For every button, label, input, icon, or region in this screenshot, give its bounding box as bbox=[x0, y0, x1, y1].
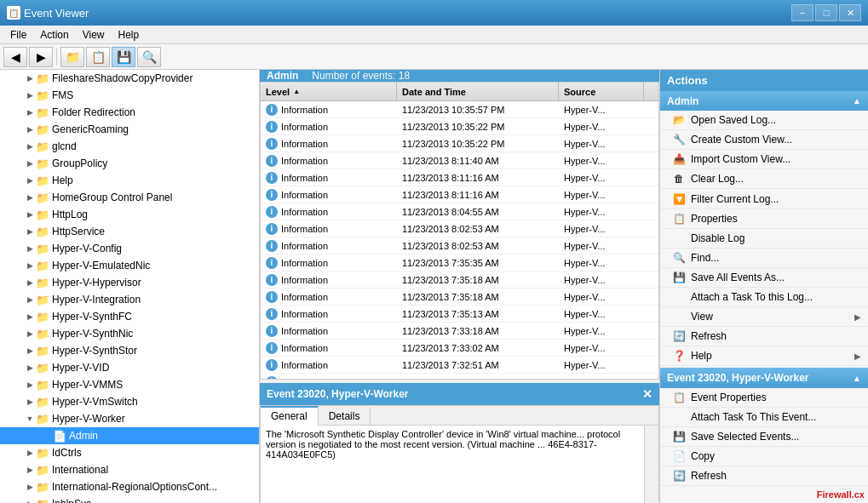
action-find[interactable]: 🔍 Find... bbox=[660, 249, 868, 268]
events-rows[interactable]: iInformation 11/23/2013 10:35:57 PM Hype… bbox=[261, 101, 658, 379]
action-refresh-admin[interactable]: 🔄 Refresh bbox=[660, 327, 868, 346]
event-row[interactable]: iInformation 11/23/2013 8:11:16 AM Hyper… bbox=[261, 169, 658, 186]
tree-item-hyperv-synthfc[interactable]: ▶ 📁 Hyper-V-SynthFC bbox=[0, 308, 259, 325]
action-create-custom-view[interactable]: 🔧 Create Custom View... bbox=[660, 130, 868, 150]
folder-icon: 📁 bbox=[36, 447, 49, 460]
event-cell-level: iInformation bbox=[261, 342, 397, 354]
expander-icon: ▶ bbox=[24, 380, 36, 389]
title-bar: 📋 Event Viewer − □ ✕ bbox=[0, 0, 868, 26]
tree-item-international-regional[interactable]: ▶ 📁 International-RegionalOptionsCont... bbox=[0, 478, 259, 495]
tree-item-hyperv-config[interactable]: ▶ 📁 Hyper-V-Config bbox=[0, 240, 259, 257]
event-row[interactable]: iInformation 11/23/2013 8:02:53 AM Hyper… bbox=[261, 220, 658, 237]
tab-general[interactable]: General bbox=[261, 406, 319, 426]
event-row[interactable]: iInformation 11/23/2013 7:33:18 AM Hyper… bbox=[261, 323, 658, 340]
menu-view[interactable]: View bbox=[76, 27, 112, 43]
tree-item-glcnd[interactable]: ▶ 📁 glcnd bbox=[0, 138, 259, 155]
tree-item-folderredirection[interactable]: ▶ 📁 Folder Redirection bbox=[0, 104, 259, 121]
event-row[interactable]: iInformation 11/23/2013 10:35:22 PM Hype… bbox=[261, 118, 658, 135]
close-button[interactable]: ✕ bbox=[839, 4, 861, 21]
info-icon: i bbox=[266, 104, 278, 116]
action-event-properties[interactable]: 📋 Event Properties bbox=[660, 388, 868, 408]
tree-item-grouppolicy[interactable]: ▶ 📁 GroupPolicy bbox=[0, 155, 259, 172]
tree-view[interactable]: ▶ 📁 FileshareShadowCopyProvider ▶ 📁 FMS … bbox=[0, 70, 259, 503]
action-help-admin[interactable]: ❓ Help ▶ bbox=[660, 346, 868, 366]
toolbar-forward[interactable]: ▶ bbox=[29, 47, 53, 67]
expander-icon: ▶ bbox=[24, 278, 36, 287]
event-row[interactable]: iInformation 11/23/2013 7:35:13 AM Hyper… bbox=[261, 306, 658, 323]
tree-item-idctrls[interactable]: ▶ 📁 IdCtrls bbox=[0, 444, 259, 461]
event-row[interactable]: iInformation 11/23/2013 7:32:51 AM Hyper… bbox=[261, 357, 658, 374]
action-save-selected-events[interactable]: 💾 Save Selected Events... bbox=[660, 427, 868, 447]
event-row[interactable]: iInformation 11/23/2013 7:35:35 AM Hyper… bbox=[261, 254, 658, 272]
action-view[interactable]: View ▶ bbox=[660, 307, 868, 327]
close-detail-button[interactable]: ✕ bbox=[642, 387, 652, 401]
event-cell-source: Hyper-V... bbox=[559, 207, 658, 217]
col-header-level[interactable]: Level ▲ bbox=[261, 83, 397, 100]
toolbar-custom-view[interactable]: 📋 bbox=[86, 47, 110, 67]
action-disable-log[interactable]: Disable Log bbox=[660, 229, 868, 249]
maximize-button[interactable]: □ bbox=[815, 4, 837, 21]
toolbar-open[interactable]: 📁 bbox=[60, 47, 84, 67]
tree-item-fileshareshadowcopyprovider[interactable]: ▶ 📁 FileshareShadowCopyProvider bbox=[0, 70, 259, 87]
tree-item-httpservice[interactable]: ▶ 📁 HttpService bbox=[0, 223, 259, 240]
help-icon: ❓ bbox=[672, 349, 686, 363]
toolbar-save[interactable]: 💾 bbox=[112, 47, 135, 67]
minimize-button[interactable]: − bbox=[791, 4, 813, 21]
toolbar-back[interactable]: ◀ bbox=[3, 47, 27, 67]
actions-section-admin[interactable]: Admin ▲ bbox=[660, 91, 868, 111]
tree-item-genericroaming[interactable]: ▶ 📁 GenericRoaming bbox=[0, 121, 259, 138]
tab-details[interactable]: Details bbox=[319, 406, 371, 425]
menu-file[interactable]: File bbox=[3, 27, 33, 43]
tree-item-international[interactable]: ▶ 📁 International bbox=[0, 461, 259, 478]
tree-item-hyperv-hypervisor[interactable]: ▶ 📁 Hyper-V-Hypervisor bbox=[0, 274, 259, 291]
action-attach-task-event[interactable]: Attach Task To This Event... bbox=[660, 408, 868, 427]
event-detail-scrollbar[interactable] bbox=[644, 426, 658, 503]
tree-item-fms[interactable]: ▶ 📁 FMS bbox=[0, 87, 259, 104]
tree-item-homegroupcontrolpanel[interactable]: ▶ 📁 HomeGroup Control Panel bbox=[0, 189, 259, 206]
event-row[interactable]: iInformation 11/23/2013 10:35:57 PM Hype… bbox=[261, 101, 658, 118]
tree-item-hyperv-integration[interactable]: ▶ 📁 Hyper-V-Integration bbox=[0, 291, 259, 308]
folder-icon: 📁 bbox=[36, 123, 49, 136]
tree-item-hyperv-vmswitch[interactable]: ▶ 📁 Hyper-V-VmSwitch bbox=[0, 393, 259, 410]
sort-arrow-icon: ▲ bbox=[293, 88, 300, 95]
event-row[interactable]: iInformation 11/23/2013 7:35:18 AM Hyper… bbox=[261, 289, 658, 306]
info-icon: i bbox=[266, 223, 278, 235]
menu-help[interactable]: Help bbox=[112, 27, 147, 43]
tree-item-label: Help bbox=[52, 174, 73, 186]
tree-item-hyperv-vid[interactable]: ▶ 📁 Hyper-V-VID bbox=[0, 359, 259, 376]
tree-item-hyperv-synthnic[interactable]: ▶ 📁 Hyper-V-SynthNic bbox=[0, 325, 259, 342]
event-cell-datetime: 11/23/2013 7:32:51 AM bbox=[397, 360, 559, 370]
col-header-datetime[interactable]: Date and Time bbox=[397, 83, 559, 100]
action-save-all-events[interactable]: 💾 Save All Events As... bbox=[660, 268, 868, 288]
event-row[interactable]: iInformation 11/23/2013 8:04:55 AM Hyper… bbox=[261, 203, 658, 220]
event-row[interactable]: iInformation 11/23/2013 7:35:18 AM Hyper… bbox=[261, 272, 658, 289]
action-import-custom-view[interactable]: 📥 Import Custom View... bbox=[660, 150, 868, 169]
event-row[interactable]: iInformation 11/23/2013 8:02:53 AM Hyper… bbox=[261, 237, 658, 254]
tree-item-hyperv-worker[interactable]: ▼ 📁 Hyper-V-Worker bbox=[0, 410, 259, 427]
action-copy[interactable]: 📄 Copy bbox=[660, 447, 868, 466]
tree-item-hyperv-synthstor[interactable]: ▶ 📁 Hyper-V-SynthStor bbox=[0, 342, 259, 359]
col-header-spacer bbox=[644, 83, 658, 100]
event-row[interactable]: iInformation 11/23/2013 8:11:16 AM Hyper… bbox=[261, 186, 658, 203]
tree-item-httplog[interactable]: ▶ 📁 HttpLog bbox=[0, 206, 259, 223]
tree-item-hyperv-vmms[interactable]: ▶ 📁 Hyper-V-VMMS bbox=[0, 376, 259, 393]
tree-item-admin[interactable]: 📄 Admin bbox=[0, 427, 259, 444]
action-refresh-event[interactable]: 🔄 Refresh bbox=[660, 466, 868, 486]
action-properties[interactable]: 📋 Properties bbox=[660, 209, 868, 229]
event-row[interactable]: iInformation 11/23/2013 7:33:02 AM Hyper… bbox=[261, 340, 658, 357]
menu-action[interactable]: Action bbox=[33, 27, 75, 43]
event-row[interactable]: iInformation 11/23/2013 8:11:40 AM Hyper… bbox=[261, 152, 658, 169]
toolbar-find[interactable]: 🔍 bbox=[137, 47, 161, 67]
action-clear-log[interactable]: 🗑 Clear Log... bbox=[660, 169, 868, 189]
col-header-source[interactable]: Source bbox=[559, 83, 644, 100]
tree-item-iphlpsvc[interactable]: ▶ 📁 IphlpSvc bbox=[0, 495, 259, 503]
action-filter-current-log[interactable]: 🔽 Filter Current Log... bbox=[660, 189, 868, 209]
action-open-saved-log[interactable]: 📂 Open Saved Log... bbox=[660, 111, 868, 130]
refresh-event-icon: 🔄 bbox=[672, 469, 686, 483]
action-attach-task-log[interactable]: Attach a Task To this Log... bbox=[660, 288, 868, 307]
tree-item-hyperv-emulatednic[interactable]: ▶ 📁 Hyper-V-EmulatedNic bbox=[0, 257, 259, 274]
tree-item-help[interactable]: ▶ 📁 Help bbox=[0, 172, 259, 189]
event-row[interactable]: iInformation 11/23/2013 10:35:22 PM Hype… bbox=[261, 135, 658, 152]
event-row[interactable]: iInformation 11/23/2013 7:32:37 AM Hyper… bbox=[261, 374, 658, 379]
actions-section-event[interactable]: Event 23020, Hyper-V-Worker ▲ bbox=[660, 368, 868, 387]
